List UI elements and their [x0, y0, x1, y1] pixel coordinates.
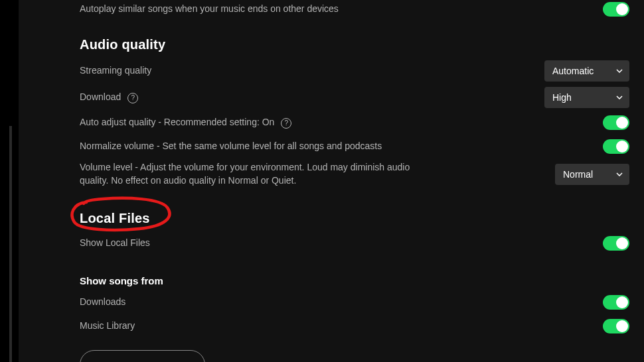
show-local-files-label: Show Local Files [80, 237, 150, 250]
setting-row-autoplay: Autoplay similar songs when your music e… [80, 0, 629, 21]
auto-adjust-label: Auto adjust quality - Recommended settin… [80, 116, 291, 129]
show-songs-from-heading: Show songs from [80, 275, 629, 286]
toggle-knob [616, 141, 628, 152]
toggle-knob [616, 3, 628, 15]
source-music-library-toggle[interactable] [603, 319, 629, 333]
download-quality-value: High [552, 92, 572, 103]
setting-row-show-local-files: Show Local Files [80, 231, 629, 255]
auto-adjust-toggle[interactable] [603, 115, 629, 130]
setting-row-normalize: Normalize volume - Set the same volume l… [80, 135, 629, 158]
autoplay-toggle[interactable] [603, 2, 629, 17]
help-icon[interactable]: ? [281, 118, 291, 129]
streaming-quality-value: Automatic [552, 66, 594, 76]
autoplay-label: Autoplay similar songs when your music e… [80, 3, 339, 16]
setting-row-download-quality: Download ? High [80, 84, 629, 111]
setting-row-volume-level: Volume level - Adjust the volume for you… [80, 158, 629, 190]
toggle-knob [616, 296, 628, 308]
source-downloads-toggle[interactable] [603, 295, 629, 310]
volume-level-select[interactable]: Normal [555, 164, 629, 185]
local-files-heading: Local Files [80, 211, 629, 226]
source-label: Music Library [80, 320, 135, 333]
volume-level-value: Normal [563, 169, 593, 180]
help-icon[interactable]: ? [127, 93, 138, 103]
download-label-text: Download [80, 91, 121, 102]
chevron-down-icon [616, 172, 623, 176]
normalize-label: Normalize volume - Set the same volume l… [80, 140, 382, 153]
show-local-files-toggle[interactable] [603, 236, 629, 251]
download-label: Download ? [80, 91, 138, 104]
streaming-quality-select[interactable]: Automatic [544, 60, 629, 82]
chevron-down-icon [616, 95, 623, 99]
toggle-knob [616, 320, 628, 332]
toggle-knob [616, 117, 628, 129]
audio-quality-heading: Audio quality [80, 37, 629, 52]
setting-row-auto-adjust: Auto adjust quality - Recommended settin… [80, 111, 629, 135]
setting-row-source-downloads: Downloads [80, 290, 629, 314]
setting-row-streaming-quality: Streaming quality Automatic [80, 58, 629, 84]
download-quality-select[interactable]: High [544, 87, 629, 108]
chevron-down-icon [616, 69, 623, 73]
streaming-quality-label: Streaming quality [80, 64, 151, 78]
volume-level-label: Volume level - Adjust the volume for you… [80, 161, 425, 187]
toggle-knob [616, 237, 628, 249]
settings-panel: Autoplay similar songs when your music e… [19, 0, 644, 362]
normalize-toggle[interactable] [603, 139, 629, 154]
add-a-source-button[interactable]: ADD A SOURCE [80, 350, 205, 362]
source-label: Downloads [80, 296, 125, 309]
scrollbar-track[interactable] [9, 126, 12, 362]
setting-row-source-music-library: Music Library [80, 314, 629, 338]
auto-adjust-label-text: Auto adjust quality - Recommended settin… [80, 117, 274, 127]
